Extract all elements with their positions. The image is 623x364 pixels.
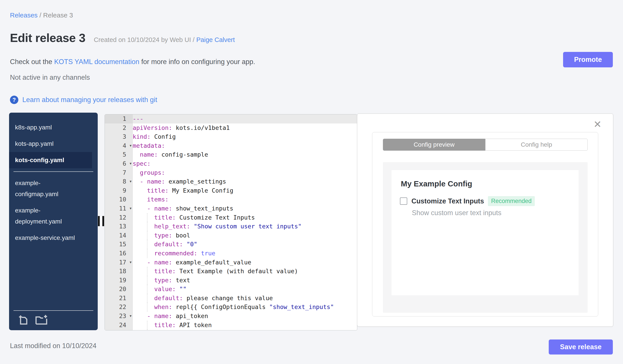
code-line-14: type: bool bbox=[133, 231, 357, 240]
indent-guide bbox=[147, 222, 147, 231]
fold-arrow-icon[interactable]: ▾ bbox=[130, 312, 132, 321]
gutter-line-22: 22 bbox=[105, 303, 133, 312]
code-line-24: title: API token bbox=[133, 321, 357, 330]
code-line-18: title: Text Example (with default value) bbox=[133, 267, 357, 276]
breadcrumb-releases-link[interactable]: Releases bbox=[10, 12, 38, 19]
indent-guide bbox=[147, 213, 147, 222]
gutter-line-10: 10 bbox=[105, 195, 133, 204]
file-item-k8s-app.yaml[interactable]: k8s-app.yaml bbox=[9, 119, 81, 136]
question-mark-icon: ? bbox=[10, 96, 18, 104]
page-title: Edit release 3 bbox=[10, 31, 85, 45]
last-modified-text: Last modified on 10/10/2024 bbox=[10, 342, 96, 350]
save-release-button[interactable]: Save release bbox=[549, 340, 613, 355]
gutter-line-2: 2 bbox=[105, 123, 133, 133]
fold-arrow-icon[interactable]: ▾ bbox=[130, 258, 132, 267]
sidebar-footer bbox=[9, 310, 98, 330]
resize-handle-left[interactable] bbox=[98, 216, 105, 226]
code-line-16: recommended: true bbox=[133, 249, 357, 258]
handle-bar bbox=[98, 216, 100, 226]
fold-arrow-icon[interactable]: ▾ bbox=[130, 177, 132, 186]
gutter-line-17: 17▾ bbox=[105, 258, 133, 267]
code-line-17: - name: example_default_value bbox=[133, 258, 357, 267]
gutter-line-12: 12 bbox=[105, 213, 133, 222]
created-meta: Created on 10/10/2024 by Web UI / Paige … bbox=[94, 36, 235, 43]
preview-card: Config previewConfig help My Example Con… bbox=[372, 132, 598, 317]
channel-status: Not active in any channels bbox=[10, 74, 90, 81]
gutter-line-1: 1 bbox=[105, 114, 133, 123]
code-line-2: apiVersion: kots.io/v1beta1 bbox=[133, 123, 357, 133]
breadcrumb-separator: / bbox=[38, 12, 43, 19]
config-group-card: My Example Config Customize Text Inputs … bbox=[392, 170, 578, 295]
indent-guide bbox=[147, 303, 147, 312]
new-folder-button[interactable] bbox=[35, 314, 48, 326]
code-line-11: - name: show_text_inputs bbox=[133, 204, 357, 213]
indent-guide bbox=[147, 294, 147, 303]
git-help-link-row[interactable]: ? Learn about managing your releases wit… bbox=[10, 96, 157, 104]
fold-arrow-icon[interactable]: ▾ bbox=[130, 204, 132, 213]
fold-arrow-icon[interactable]: ▾ bbox=[130, 141, 132, 150]
file-item-kots-config.yaml[interactable]: kots-config.yaml bbox=[9, 152, 92, 168]
gutter-line-6: 6▾ bbox=[105, 159, 133, 168]
code-line-8: - name: example_settings bbox=[133, 177, 357, 186]
gutter-line-5: 5 bbox=[105, 150, 133, 159]
author-link[interactable]: Paige Calvert bbox=[196, 36, 235, 43]
new-file-button[interactable] bbox=[18, 314, 29, 326]
code-line-1: --- bbox=[133, 114, 357, 123]
indent-guide bbox=[147, 321, 147, 330]
promote-button[interactable]: Promote bbox=[563, 52, 613, 67]
code-line-10: items: bbox=[133, 195, 357, 204]
gutter-line-24: 24 bbox=[105, 321, 133, 330]
indent-guide bbox=[147, 231, 147, 240]
editor-gutter: 1234▾56▾78▾91011▾121314151617▾1819202122… bbox=[105, 114, 133, 330]
config-item-row: Customize Text Inputs Recommended bbox=[400, 196, 535, 206]
preview-content-area: My Example Config Customize Text Inputs … bbox=[383, 162, 588, 313]
code-line-22: when: repl{{ ConfigOptionEquals "show_te… bbox=[133, 303, 357, 312]
gutter-line-15: 15 bbox=[105, 240, 133, 249]
gutter-line-3: 3 bbox=[105, 132, 133, 141]
close-icon[interactable]: ✕ bbox=[593, 120, 601, 129]
gutter-line-8: 8▾ bbox=[105, 177, 133, 186]
intro-post: for more info on configuring your app. bbox=[139, 58, 255, 66]
yaml-code-editor[interactable]: 1234▾56▾78▾91011▾121314151617▾1819202122… bbox=[105, 114, 357, 330]
code-line-13: help_text: "Show custom user text inputs… bbox=[133, 222, 357, 231]
gutter-line-9: 9 bbox=[105, 186, 133, 195]
gutter-line-4: 4▾ bbox=[105, 141, 133, 150]
code-line-15: default: "0" bbox=[133, 240, 357, 249]
file-item-example-deployment.yaml[interactable]: example-deployment.yaml bbox=[9, 202, 81, 230]
gutter-line-21: 21 bbox=[105, 294, 133, 303]
recommended-badge: Recommended bbox=[488, 196, 534, 206]
indent-guide bbox=[147, 285, 147, 294]
tab-config-preview[interactable]: Config preview bbox=[383, 139, 485, 151]
code-line-23: - name: api_token bbox=[133, 312, 357, 321]
indent-guide bbox=[147, 240, 147, 249]
gutter-line-13: 13 bbox=[105, 222, 133, 231]
code-line-4: metadata: bbox=[133, 141, 357, 150]
gutter-line-11: 11▾ bbox=[105, 204, 133, 213]
handle-bar bbox=[102, 216, 104, 226]
customize-text-inputs-checkbox[interactable] bbox=[400, 198, 407, 205]
code-line-6: spec: bbox=[133, 159, 357, 168]
file-item-example-service.yaml[interactable]: example-service.yaml bbox=[9, 230, 81, 246]
file-sidebar: k8s-app.yamlkots-app.yamlkots-config.yam… bbox=[9, 113, 98, 330]
breadcrumb: Releases / Release 3 bbox=[10, 12, 73, 19]
config-group-title: My Example Config bbox=[401, 179, 472, 188]
config-item-help-text: Show custom user text inputs bbox=[412, 209, 501, 217]
intro-text: Check out the KOTS YAML documentation fo… bbox=[10, 58, 255, 66]
gutter-line-18: 18 bbox=[105, 267, 133, 276]
code-line-12: title: Customize Text Inputs bbox=[133, 213, 357, 222]
tab-config-help[interactable]: Config help bbox=[485, 139, 588, 151]
code-line-3: kind: Config bbox=[133, 132, 357, 141]
git-help-link[interactable]: Learn about managing your releases with … bbox=[22, 96, 157, 104]
file-item-kots-app.yaml[interactable]: kots-app.yaml bbox=[9, 136, 81, 152]
file-item-example-configmap.yaml[interactable]: example-configmap.yaml bbox=[9, 175, 81, 202]
code-line-25: type: password bbox=[133, 329, 357, 330]
gutter-line-16: 16 bbox=[105, 249, 133, 258]
kots-yaml-docs-link[interactable]: KOTS YAML documentation bbox=[54, 58, 139, 66]
fold-arrow-icon[interactable]: ▾ bbox=[130, 159, 132, 168]
editor-code[interactable]: ---apiVersion: kots.io/v1beta1kind: Conf… bbox=[133, 114, 357, 330]
intro-pre: Check out the bbox=[10, 58, 54, 66]
file-plus-icon bbox=[18, 314, 29, 325]
config-preview-panel: ✕ Config previewConfig help My Example C… bbox=[357, 114, 613, 327]
file-list: k8s-app.yamlkots-app.yamlkots-config.yam… bbox=[9, 119, 98, 246]
indent-guide bbox=[147, 249, 147, 258]
